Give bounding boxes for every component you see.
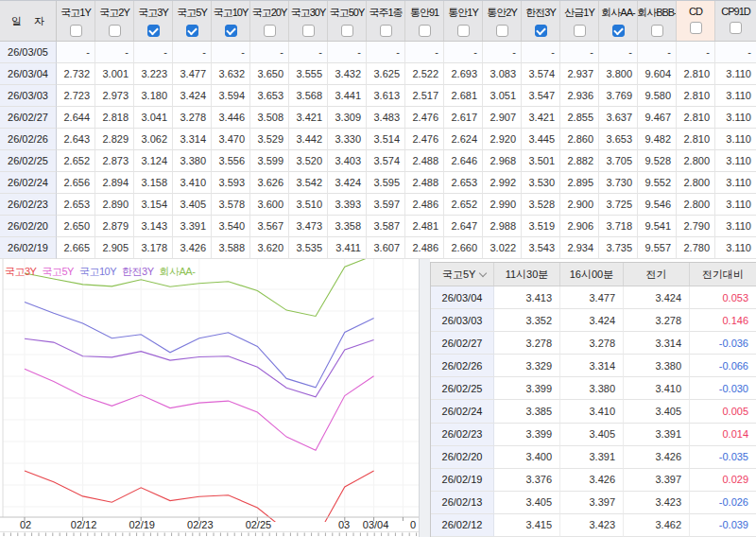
series-checkbox[interactable] bbox=[535, 25, 547, 37]
detail-row[interactable]: 26/02/193.3763.4263.3970.029 bbox=[431, 469, 756, 492]
yield-value-cell: 3.330 bbox=[328, 129, 367, 150]
yield-value-cell: 3.547 bbox=[522, 85, 560, 107]
detail-row[interactable]: 26/02/263.3293.3143.380-0.066 bbox=[431, 355, 756, 377]
series-checkbox[interactable] bbox=[70, 25, 82, 37]
yield-value-cell: 3.083 bbox=[483, 63, 522, 85]
detail-value-cell: 3.352 bbox=[494, 309, 560, 332]
daily-yield-row[interactable]: 26/02/252.6522.8733.1243.3803.5563.5993.… bbox=[0, 150, 756, 172]
detail-row-date: 26/02/20 bbox=[431, 446, 494, 469]
series-checkbox[interactable] bbox=[302, 25, 315, 37]
svg-text:0: 0 bbox=[410, 519, 416, 530]
yield-value-cell: 3.530 bbox=[522, 172, 560, 194]
change-value-cell: 0.146 bbox=[690, 309, 756, 332]
detail-row[interactable]: 26/03/043.4133.4773.4240.053 bbox=[431, 286, 756, 309]
detail-value-cell: 3.413 bbox=[494, 286, 560, 309]
detail-row[interactable]: 26/02/233.3993.4053.3910.014 bbox=[431, 424, 756, 446]
yield-value-cell: 2.992 bbox=[483, 172, 522, 194]
daily-yield-row[interactable]: 26/02/202.6502.8793.1433.3913.5403.5673.… bbox=[0, 216, 756, 237]
detail-value-cell: 3.314 bbox=[560, 355, 624, 377]
detail-value-cell: 3.399 bbox=[494, 377, 560, 400]
daily-yield-row[interactable]: 26/02/232.6532.8903.1543.4053.5783.6003.… bbox=[0, 194, 756, 216]
yield-value-cell: - bbox=[444, 42, 483, 63]
series-checkbox[interactable] bbox=[690, 22, 702, 34]
yield-value-cell: 2.968 bbox=[483, 150, 522, 172]
daily-yield-row[interactable]: 26/02/272.6442.8183.0413.2783.4463.5083.… bbox=[0, 107, 756, 129]
detail-row[interactable]: 26/02/123.4153.4233.462-0.039 bbox=[431, 514, 756, 537]
detail-row-date: 26/02/25 bbox=[431, 377, 494, 400]
series-checkbox[interactable] bbox=[225, 25, 237, 37]
daily-yield-row[interactable]: 26/03/032.7232.9733.1803.4243.5943.6533.… bbox=[0, 85, 756, 107]
series-checkbox[interactable] bbox=[457, 25, 470, 37]
yield-value-cell: 3.637 bbox=[599, 107, 638, 129]
yield-value-cell: 3.421 bbox=[289, 107, 328, 129]
yield-value-cell: 3.705 bbox=[599, 150, 638, 172]
yield-value-cell: 2.517 bbox=[405, 85, 444, 107]
detail-row[interactable]: 26/02/243.3853.4103.4050.005 bbox=[431, 400, 756, 423]
yield-value-cell: 3.314 bbox=[173, 129, 212, 150]
yield-value-cell: 2.486 bbox=[405, 194, 444, 216]
series-checkbox[interactable] bbox=[612, 25, 625, 37]
detail-row[interactable]: 26/02/253.3993.3803.410-0.030 bbox=[431, 377, 756, 400]
series-checkbox[interactable] bbox=[496, 25, 508, 37]
series-checkbox[interactable] bbox=[186, 25, 198, 37]
series-selector[interactable]: 국고5Y bbox=[431, 263, 494, 286]
detail-value-cell: 3.410 bbox=[560, 400, 624, 423]
daily-yield-row[interactable]: 26/03/05------------------ bbox=[0, 42, 756, 63]
yield-value-cell: 3.110 bbox=[715, 237, 756, 259]
series-checkbox[interactable] bbox=[109, 25, 121, 37]
daily-yield-row[interactable]: 26/02/242.6562.8943.1583.4103.5933.6263.… bbox=[0, 172, 756, 194]
yield-value-cell: - bbox=[289, 42, 328, 63]
change-value-cell: 0.014 bbox=[690, 424, 756, 446]
series-checkbox[interactable] bbox=[264, 25, 276, 37]
yield-value-cell: - bbox=[328, 42, 367, 63]
series-checkbox[interactable] bbox=[380, 25, 392, 37]
yield-value-cell: 3.555 bbox=[289, 63, 328, 85]
detail-row[interactable]: 26/02/133.4053.3973.423-0.026 bbox=[431, 492, 756, 514]
yield-value-cell: 3.158 bbox=[134, 172, 173, 194]
series-checkbox[interactable] bbox=[341, 25, 353, 37]
detail-row[interactable]: 26/02/273.2783.2783.314-0.036 bbox=[431, 332, 756, 355]
yield-value-cell: 2.476 bbox=[405, 129, 444, 150]
detail-value-cell: 3.376 bbox=[494, 469, 560, 492]
yield-value-cell: 9.580 bbox=[638, 85, 677, 107]
main-column-header: 국고5Y bbox=[173, 1, 212, 41]
detail-row[interactable]: 26/03/033.3523.4243.2780.146 bbox=[431, 309, 756, 332]
series-checkbox[interactable] bbox=[147, 25, 160, 37]
detail-value-cell: 3.426 bbox=[560, 469, 624, 492]
yield-value-cell: - bbox=[134, 42, 173, 63]
main-column-header: 회사BBB- bbox=[638, 1, 677, 41]
yield-value-cell: 3.473 bbox=[289, 216, 328, 237]
series-checkbox[interactable] bbox=[730, 22, 742, 34]
row-date: 26/03/03 bbox=[0, 85, 57, 107]
main-column-label: 통안1Y bbox=[448, 6, 477, 20]
series-checkbox[interactable] bbox=[574, 25, 586, 37]
daily-yield-row[interactable]: 26/02/262.6432.8293.0623.3143.4703.5293.… bbox=[0, 129, 756, 150]
svg-text:03/04: 03/04 bbox=[363, 519, 389, 530]
yield-value-cell: 3.470 bbox=[212, 129, 250, 150]
detail-value-cell: 3.405 bbox=[494, 492, 560, 514]
daily-yield-row[interactable]: 26/02/192.6652.9053.1783.4263.5883.6203.… bbox=[0, 237, 756, 259]
yield-value-cell: 2.810 bbox=[677, 129, 715, 150]
main-column-label: 국고3Y bbox=[138, 6, 167, 20]
yield-value-cell: 3.426 bbox=[173, 237, 212, 259]
yield-value-cell: 3.391 bbox=[173, 216, 212, 237]
yield-value-cell: 2.936 bbox=[560, 85, 599, 107]
main-column-label: CP91D bbox=[721, 6, 749, 17]
detail-table-header: 국고5Y 11시30분16시00분전기전기대비 bbox=[431, 263, 756, 286]
series-checkbox[interactable] bbox=[651, 25, 663, 37]
series-checkbox[interactable] bbox=[419, 25, 431, 37]
yield-value-cell: 3.520 bbox=[289, 150, 328, 172]
yield-value-cell: 3.358 bbox=[328, 216, 367, 237]
bottom-panel: 국고3Y국고5Y국고10Y한전3Y회사AA- 0202/1202/1902/23… bbox=[0, 259, 756, 537]
yield-value-cell: - bbox=[483, 42, 522, 63]
yield-value-cell: 3.588 bbox=[212, 237, 250, 259]
yield-value-cell: - bbox=[212, 42, 250, 63]
yield-value-cell: 3.542 bbox=[289, 172, 328, 194]
yield-value-cell: - bbox=[677, 42, 715, 63]
daily-yield-row[interactable]: 26/03/042.7323.0013.2233.4773.6323.6503.… bbox=[0, 63, 756, 85]
yield-value-cell: 3.110 bbox=[715, 85, 756, 107]
detail-row-date: 26/03/03 bbox=[431, 309, 494, 332]
daily-yield-table: 일 자 국고1Y국고2Y국고3Y국고5Y국고10Y국고20Y국고30Y국고50Y… bbox=[0, 0, 756, 259]
detail-row[interactable]: 26/02/203.4003.3913.426-0.035 bbox=[431, 446, 756, 469]
detail-value-cell: 3.477 bbox=[560, 286, 624, 309]
